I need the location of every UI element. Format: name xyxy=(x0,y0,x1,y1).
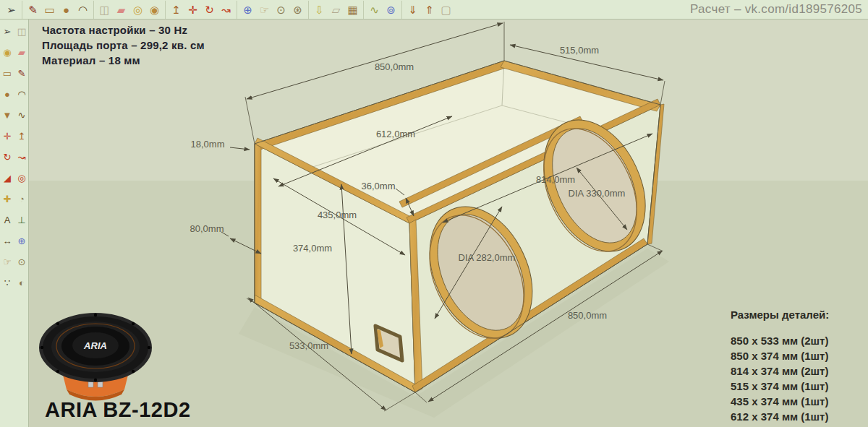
polygon-tool-icon[interactable]: ▼ xyxy=(0,105,14,126)
sketchup-app-window: { "app": { "credit": "Расчет – vk.com/id… xyxy=(0,0,868,427)
top-toolbar: ➢✎▭●◠◫▰◎◉↥✛↻↝⊕☞⊙⊛⇩▱▦∿⊚⇓⇑▢ Расчет – vk.co… xyxy=(0,0,868,20)
make-component-icon[interactable]: ◫ xyxy=(14,22,29,43)
select-tool-icon[interactable]: ➢ xyxy=(3,1,20,19)
dim-label-850-bottom: 850,0mm xyxy=(568,310,607,321)
model-name-title: ARIA BZ-12D2 xyxy=(45,398,191,422)
export-icon[interactable]: ⇩ xyxy=(308,1,328,19)
zoom-tool-icon[interactable]: ⊙ xyxy=(14,252,29,273)
rotate-tool-icon[interactable]: ↻ xyxy=(201,1,218,19)
parts-list: Размеры деталей: 850 x 533 мм (2шт)850 x… xyxy=(731,309,829,424)
part-size-item: 515 x 374 мм (1шт) xyxy=(731,379,829,394)
photo-texture-icon[interactable]: ▦ xyxy=(344,1,361,19)
scale-tool-icon[interactable]: ◢ xyxy=(0,168,14,189)
circle-tool-icon[interactable]: ● xyxy=(58,1,75,19)
protractor-tool-icon[interactable]: ◔ xyxy=(14,189,29,210)
follow-me-icon[interactable]: ↝ xyxy=(14,147,29,168)
dim-label-374: 374,0mm xyxy=(293,243,332,254)
make-component-icon[interactable]: ◫ xyxy=(93,1,113,19)
tape-measure-icon[interactable]: ◎ xyxy=(129,1,146,19)
parts-list-items: 850 x 533 мм (2шт)850 x 374 мм (1шт)814 … xyxy=(731,333,829,424)
eraser-tool-icon[interactable]: ▰ xyxy=(14,43,29,64)
components-icon[interactable]: ▢ xyxy=(438,1,454,19)
part-size-item: 850 x 533 мм (2шт) xyxy=(731,333,829,348)
dim-label-18: 18,0mm xyxy=(191,139,225,150)
credit-text: Расчет – vk.com/id189576205 xyxy=(690,2,862,17)
subwoofer-image: ARIA xyxy=(33,311,158,404)
move-tool-icon[interactable]: ✛ xyxy=(184,1,201,19)
get-models-icon[interactable]: ⇓ xyxy=(401,1,421,19)
eraser-tool-icon[interactable]: ▰ xyxy=(113,1,129,19)
arc-tool-icon[interactable]: ◠ xyxy=(14,85,29,105)
dim-label-850-top: 850,0mm xyxy=(375,61,414,72)
line-tool-icon[interactable]: ✎ xyxy=(14,64,29,85)
left-corner-edge xyxy=(255,144,261,306)
tape-measure-icon[interactable]: ✚ xyxy=(0,189,14,210)
arc-tool-icon[interactable]: ◠ xyxy=(75,1,91,19)
orbit-tool-icon[interactable]: ⊕ xyxy=(14,231,29,252)
push-pull-icon[interactable]: ↥ xyxy=(14,126,29,147)
dim-label-435: 435,0mm xyxy=(318,210,357,220)
cone-brand-label: ARIA xyxy=(83,340,107,351)
look-around-icon[interactable]: ◐ xyxy=(14,273,29,294)
dim-label-dia-330: DIA 330,0mm xyxy=(569,188,626,199)
paint-bucket-icon[interactable]: ◉ xyxy=(146,1,163,19)
part-size-item: 435 x 374 мм (1шт) xyxy=(731,394,829,409)
rectangle-tool-icon[interactable]: ▭ xyxy=(0,64,14,85)
part-size-item: 612 x 374 мм (1шт) xyxy=(731,409,829,424)
circle-tool-icon[interactable]: ● xyxy=(0,85,14,105)
zoom-tool-icon[interactable]: ⊙ xyxy=(273,1,289,19)
dim-label-814: 814,0mm xyxy=(536,174,575,185)
subwoofer-cone: ARIA xyxy=(39,313,152,382)
dimension-tool-icon[interactable]: ↔ xyxy=(0,231,14,252)
zoom-extents-icon[interactable]: ⊛ xyxy=(289,1,306,19)
part-size-item: 814 x 374 мм (2шт) xyxy=(731,363,829,379)
walk-tool-icon[interactable]: ∵ xyxy=(0,273,14,294)
select-tool-icon[interactable]: ➢ xyxy=(0,22,14,43)
pan-tool-icon[interactable]: ☞ xyxy=(0,252,14,273)
design-info: Частота настройки – 30 Hz Площадь порта … xyxy=(42,22,205,68)
dim-label-80: 80,0mm xyxy=(190,223,224,234)
paint-bucket-icon[interactable]: ◉ xyxy=(0,43,14,64)
sandbox-tool-icon[interactable]: ∿ xyxy=(363,1,383,19)
tool-palette: ➢◫◉▰▭✎●◠▼∿✛↥↻↝◢◎✚◔A⊥↔⊕☞⊙∵◐ xyxy=(0,20,29,427)
dim-label-36: 36,0mm xyxy=(362,181,396,191)
port-area-text: Площадь порта – 299,2 кв. см xyxy=(42,38,205,53)
move-tool-icon[interactable]: ✛ xyxy=(0,126,14,147)
rotate-tool-icon[interactable]: ↻ xyxy=(0,147,14,168)
share-model-icon[interactable]: ⇑ xyxy=(421,1,438,19)
part-size-item: 850 x 374 мм (1шт) xyxy=(731,348,829,363)
offset-tool-icon[interactable]: ◎ xyxy=(14,168,29,189)
text-tool-icon[interactable]: A xyxy=(0,210,14,231)
parts-list-title: Размеры деталей: xyxy=(731,309,829,321)
line-tool-icon[interactable]: ✎ xyxy=(22,1,41,19)
toolbar-icons: ➢✎▭●◠◫▰◎◉↥✛↻↝⊕☞⊙⊛⇩▱▦∿⊚⇓⇑▢ xyxy=(3,0,454,19)
orbit-tool-icon[interactable]: ⊕ xyxy=(237,1,256,19)
dim-label-515: 515,0mm xyxy=(560,45,599,56)
section-plane-icon[interactable]: ▱ xyxy=(328,1,344,19)
dim-label-533: 533,0mm xyxy=(289,340,328,351)
google-earth-icon[interactable]: ⊚ xyxy=(383,1,399,19)
dim-label-612: 612,0mm xyxy=(376,129,415,139)
pan-tool-icon[interactable]: ☞ xyxy=(256,1,273,19)
tuning-frequency-text: Частота настройки – 30 Hz xyxy=(42,22,205,38)
push-pull-icon[interactable]: ↥ xyxy=(165,1,184,19)
rectangle-tool-icon[interactable]: ▭ xyxy=(41,1,58,19)
follow-me-icon[interactable]: ↝ xyxy=(218,1,234,19)
axes-tool-icon[interactable]: ⊥ xyxy=(14,210,29,231)
dim-label-dia-282: DIA 282,0mm xyxy=(459,252,516,263)
material-text: Материал – 18 мм xyxy=(42,53,205,68)
freehand-tool-icon[interactable]: ∿ xyxy=(14,105,29,126)
